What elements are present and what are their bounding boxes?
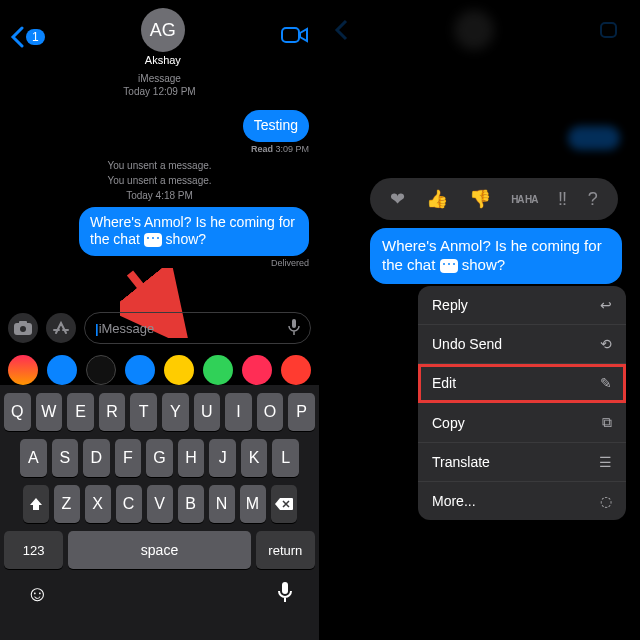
key-j[interactable]: J [209,439,236,477]
conversation-header: 1 AG Akshay [0,0,319,72]
key-e[interactable]: E [67,393,94,431]
key-i[interactable]: I [225,393,252,431]
menu-translate[interactable]: Translate☰ [418,443,626,482]
blurred-message [568,126,620,150]
key-c[interactable]: C [116,485,142,523]
message-placeholder: iMessage [99,321,155,336]
numbers-key[interactable]: 123 [4,531,63,569]
read-receipt-1: Read 3:09 PM [251,144,309,154]
tapback-haha[interactable]: HA HA [511,194,537,205]
app-memoji[interactable] [164,355,194,385]
key-row-4: 123 space return [4,531,315,569]
svg-rect-4 [19,321,27,325]
key-x[interactable]: X [85,485,111,523]
key-t[interactable]: T [130,393,157,431]
imessage-app-strip[interactable] [0,355,319,385]
delete-key[interactable] [271,485,297,523]
context-menu: Reply↩ Undo Send⟲ Edit✎ Copy⧉ Translate☰… [418,286,626,520]
facetime-icon [600,21,626,39]
key-r[interactable]: R [99,393,126,431]
app-music[interactable] [281,355,311,385]
menu-copy[interactable]: Copy⧉ [418,403,626,443]
app-store[interactable] [47,355,77,385]
space-key[interactable]: space [68,531,250,569]
tapback-heart[interactable]: ❤ [390,188,405,210]
app-cash[interactable] [86,355,116,385]
blurred-avatar [454,10,494,50]
app-audio[interactable] [125,355,155,385]
more-icon: ◌ [600,493,612,509]
key-q[interactable]: Q [4,393,31,431]
svg-rect-5 [292,319,296,328]
avatar: AG [141,8,185,52]
return-key[interactable]: return [256,531,315,569]
contact-name: Akshay [141,54,185,66]
key-a[interactable]: A [20,439,47,477]
camera-button[interactable] [8,313,38,343]
key-n[interactable]: N [209,485,235,523]
message-bubble-2[interactable]: Where's Anmol? Is he coming for the chat… [79,207,309,256]
speech-bubble-icon [440,259,458,273]
key-z[interactable]: Z [54,485,80,523]
reply-icon: ↩ [600,297,612,313]
svg-point-3 [20,326,26,332]
mic-key[interactable] [277,581,293,609]
tapback-thumbs-up[interactable]: 👍 [426,188,448,210]
key-h[interactable]: H [178,439,205,477]
key-s[interactable]: S [52,439,79,477]
shift-key[interactable] [23,485,49,523]
key-u[interactable]: U [194,393,221,431]
delivered-receipt: Delivered [271,258,309,268]
facetime-button[interactable] [281,25,309,49]
contact-block[interactable]: AG Akshay [141,8,185,66]
tapback-bar[interactable]: ❤ 👍 👎 HA HA ‼ ? [370,178,618,220]
speech-bubble-icon [144,233,162,247]
compose-bar: |iMessage [0,306,319,350]
key-d[interactable]: D [83,439,110,477]
menu-undo-send[interactable]: Undo Send⟲ [418,325,626,364]
tapback-thumbs-down[interactable]: 👎 [469,188,491,210]
left-screenshot: 1 AG Akshay iMessage Today 12:09 PM Test… [0,0,320,640]
dictate-icon[interactable] [288,318,300,339]
unread-count: 1 [26,29,45,45]
key-g[interactable]: G [146,439,173,477]
right-screenshot: ❤ 👍 👎 HA HA ‼ ? Where's Anmol? Is he com… [320,0,640,640]
key-b[interactable]: B [178,485,204,523]
unsent-notice-1: You unsent a message. [10,160,309,171]
menu-more[interactable]: More...◌ [418,482,626,520]
app-digital-touch[interactable] [242,355,272,385]
key-m[interactable]: M [240,485,266,523]
message-input[interactable]: |iMessage [84,312,311,344]
pencil-icon: ✎ [600,375,612,391]
svg-rect-6 [282,582,288,594]
key-row-1: QWERTYUIOP [4,393,315,431]
app-photos[interactable] [8,355,38,385]
menu-edit[interactable]: Edit✎ [418,364,626,403]
key-row-2: ASDFGHJKL [4,439,315,477]
copy-icon: ⧉ [602,414,612,431]
blurred-header [320,10,640,50]
tapback-question[interactable]: ? [588,189,598,210]
appstore-button[interactable] [46,313,76,343]
key-w[interactable]: W [36,393,63,431]
svg-rect-7 [601,23,616,37]
selected-message-bubble[interactable]: Where's Anmol? Is he coming for the chat… [370,228,622,284]
key-k[interactable]: K [241,439,268,477]
tapback-exclaim[interactable]: ‼ [558,189,567,210]
menu-reply[interactable]: Reply↩ [418,286,626,325]
key-f[interactable]: F [115,439,142,477]
key-v[interactable]: V [147,485,173,523]
key-l[interactable]: L [272,439,299,477]
service-label: iMessage [0,72,319,85]
svg-rect-0 [282,28,299,42]
key-p[interactable]: P [288,393,315,431]
key-o[interactable]: O [257,393,284,431]
timestamp-2: Today 4:18 PM [10,190,309,201]
back-button[interactable]: 1 [10,26,45,48]
emoji-key[interactable]: ☺ [26,581,48,609]
app-stickers[interactable] [203,355,233,385]
message-bubble-1[interactable]: Testing [243,110,309,142]
translate-icon: ☰ [599,454,612,470]
key-y[interactable]: Y [162,393,189,431]
keyboard[interactable]: QWERTYUIOP ASDFGHJKL ZXCVBNM 123 space r… [0,385,319,640]
